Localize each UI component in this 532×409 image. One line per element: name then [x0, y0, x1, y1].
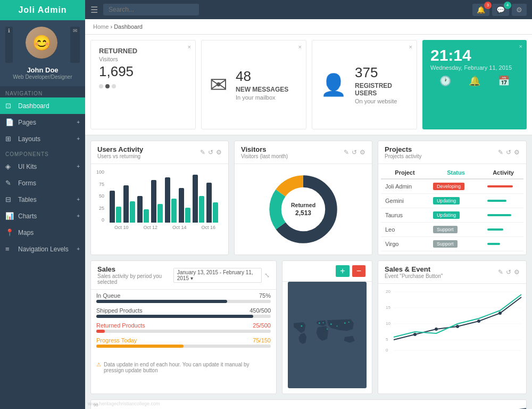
uikits-icon: ◈	[5, 162, 14, 170]
projects-panel: Projects Projects activity ✎ ↺ ⚙ Project	[378, 141, 527, 255]
expand-icon: +	[77, 213, 80, 219]
progress-fill	[96, 345, 184, 348]
topbar-right: 🔔 3 💬 4 ⚙	[472, 4, 527, 16]
bar-teal	[130, 201, 135, 223]
stat-close-button[interactable]: ×	[409, 44, 412, 50]
topbar: ☰ 🔔 3 💬 4 ⚙	[85, 0, 532, 19]
sidebar-item-layouts[interactable]: ⊞ Layouts +	[0, 130, 85, 147]
stat-close-button[interactable]: ×	[519, 43, 522, 50]
refresh-icon[interactable]: ↺	[208, 149, 213, 156]
svg-text:2014-10-15: 2014-10-15	[484, 355, 503, 356]
calendar-icon[interactable]: 📅	[498, 75, 510, 87]
edit-icon[interactable]: ✎	[200, 149, 205, 156]
bell-icon[interactable]: 🔔	[469, 75, 480, 87]
clock-icon[interactable]: 🕐	[439, 75, 451, 87]
topbar-bell-button[interactable]: 🔔 3	[472, 4, 489, 16]
edit-icon[interactable]: ✎	[344, 149, 349, 156]
sidebar-item-tables[interactable]: ⊟ Tables +	[0, 191, 85, 208]
expand-icon[interactable]: ⤡	[264, 272, 270, 279]
avatar: 😊	[26, 27, 57, 59]
refresh-icon[interactable]: ↺	[352, 149, 357, 156]
project-status: Support	[429, 223, 483, 237]
expand-icon: +	[77, 119, 80, 125]
settings-icon[interactable]: ⚙	[514, 149, 520, 156]
projects-table-body: Project Status Activity Joli Admin Devel…	[378, 164, 526, 254]
stats-row: × RETURNED Visitors 1,695 × ✉ 48 NEW MES…	[85, 35, 532, 135]
stat-close-button[interactable]: ×	[298, 44, 302, 50]
topbar-chat-button[interactable]: 💬 4	[492, 4, 509, 16]
refresh-icon[interactable]: ↺	[506, 268, 511, 276]
progress-item-shipped: Shipped Products 450/500	[96, 307, 271, 318]
bar-teal	[213, 202, 218, 223]
users-activity-chart: 1007550250	[91, 164, 228, 235]
profile-mail-icon[interactable]: ✉	[70, 27, 80, 63]
donut-label: Returned	[291, 202, 315, 208]
refresh-icon[interactable]: ↺	[506, 149, 511, 156]
sidebar-item-dashboard[interactable]: ⊡ Dashboard	[0, 97, 85, 114]
stat-value: 1,695	[99, 63, 187, 80]
sidebar-item-maps[interactable]: 📍 Maps	[0, 224, 85, 241]
col-status: Status	[429, 167, 483, 179]
sidebar-item-label: Forms	[18, 179, 36, 187]
panel-subtitle: Visitors (last month)	[241, 153, 288, 159]
sidebar-item-label: Maps	[18, 229, 34, 236]
svg-text:20: 20	[386, 289, 390, 294]
hamburger-button[interactable]: ☰	[90, 5, 98, 15]
maps-icon: 📍	[5, 228, 14, 236]
dot	[99, 84, 103, 88]
search-input[interactable]	[103, 4, 199, 15]
panel-title: Projects	[385, 145, 421, 153]
sales-title: Sales	[97, 265, 173, 273]
clock-time: 21:14	[430, 46, 519, 64]
panel-header: Sales Sales activity by period you selec…	[91, 261, 276, 290]
panel-title: Users Activity	[97, 145, 143, 153]
sidebar-item-uikits[interactable]: ◈ UI Kits +	[0, 158, 85, 175]
panel-header: Users Activity Users vs returning ✎ ↺ ⚙	[91, 141, 228, 164]
stat-label: Visitors	[99, 56, 187, 62]
date-range-selector[interactable]: January 13, 2015 - February 11, 2015 ▾	[173, 268, 262, 283]
user-role: Web Developer/Designer	[5, 74, 80, 80]
progress-label: Returned Products 25/500	[96, 322, 271, 329]
breadcrumb-home[interactable]: Home	[93, 23, 109, 30]
sidebar-item-pages[interactable]: 📄 Pages +	[0, 114, 85, 130]
stat-title: NEW MESSAGES	[236, 86, 288, 93]
sidebar-item-label: Navigation Levels	[18, 246, 69, 253]
nav-section-label: Navigation	[0, 86, 85, 97]
project-status: Updating	[429, 208, 483, 223]
bar-dark	[137, 196, 143, 223]
charts-row: Users Activity Users vs returning ✎ ↺ ⚙ …	[85, 135, 532, 260]
table-row: Taurus Updating	[381, 208, 523, 223]
bar-dark	[179, 188, 184, 223]
topbar-settings-button[interactable]: ⚙	[512, 4, 527, 16]
notice-text: Data update in end of each hour. You can…	[104, 362, 271, 373]
project-activity	[483, 208, 523, 223]
profile-info-icon[interactable]: ℹ	[5, 27, 13, 63]
mail-icon: ✉	[210, 72, 228, 97]
project-status: Support	[429, 237, 483, 251]
settings-icon[interactable]: ⚙	[360, 149, 365, 156]
panel-header: Sales & Event Event "Purchase Button" ✎ …	[378, 261, 526, 284]
edit-icon[interactable]: ✎	[498, 149, 503, 156]
svg-point-8	[344, 322, 346, 324]
settings-icon[interactable]: ⚙	[216, 149, 222, 156]
project-activity	[483, 237, 523, 251]
bar-dark	[123, 185, 129, 223]
zoom-out-button[interactable]: −	[352, 265, 365, 277]
sidebar-item-label: Charts	[18, 212, 37, 220]
stat-title: REGISTRED USERS	[355, 82, 409, 97]
project-name: Taurus	[381, 208, 429, 223]
sidebar-item-charts[interactable]: 📊 Charts +	[0, 208, 85, 224]
progress-item-returned: Returned Products 25/500	[96, 322, 271, 333]
sidebar-item-forms[interactable]: ✎ Forms	[0, 175, 85, 191]
sidebar-item-navlevels[interactable]: ≡ Navigation Levels +	[0, 241, 85, 257]
sidebar-item-label: Pages	[18, 119, 36, 126]
edit-icon[interactable]: ✎	[498, 268, 503, 276]
panel-actions: ✎ ↺ ⚙	[498, 268, 520, 276]
settings-icon[interactable]: ⚙	[514, 268, 520, 276]
stat-close-button[interactable]: ×	[188, 44, 191, 50]
bar-group	[110, 191, 121, 223]
panel-actions: ✎ ↺ ⚙	[498, 149, 520, 156]
breadcrumb: Home › Dashboard	[85, 19, 532, 35]
svg-point-26	[498, 312, 502, 315]
zoom-in-button[interactable]: +	[336, 265, 349, 277]
